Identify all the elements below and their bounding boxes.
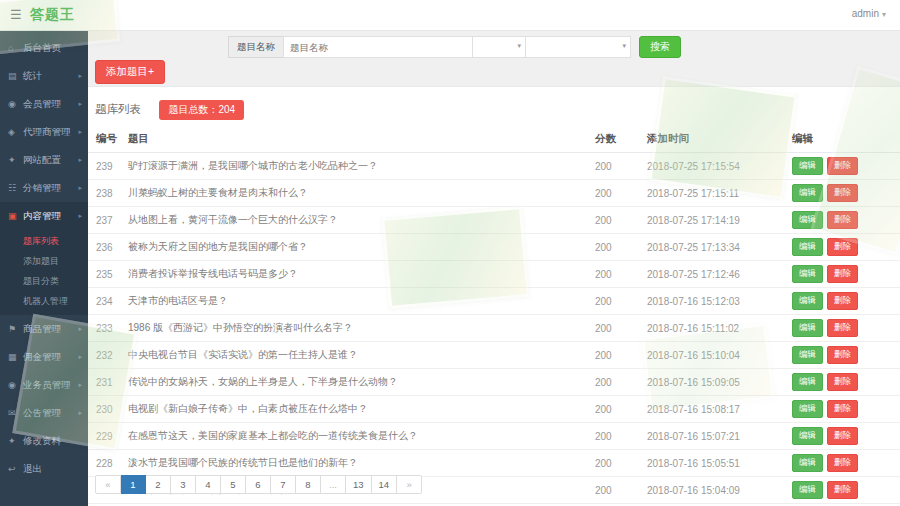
delete-button[interactable]: 删除 (827, 211, 858, 229)
row-question: 从地图上看，黄河干流像一个巨大的什么汉字？ (126, 207, 593, 234)
row-question: 在感恩节这天，美国的家庭基本上都会吃的一道传统美食是什么？ (126, 423, 593, 450)
sidebar-nav: ⌂后台首页▤统计▸◉会员管理▸◈代理商管理▸✦网站配置▸☷分销管理▸▣内容管理▸… (0, 34, 88, 483)
chevron-right-icon: ▸ (78, 118, 82, 146)
row-time: 2018-07-16 15:08:17 (645, 396, 790, 423)
delete-button[interactable]: 删除 (827, 400, 858, 418)
delete-button[interactable]: 删除 (827, 265, 858, 283)
delete-button[interactable]: 删除 (827, 346, 858, 364)
page-button-4[interactable]: 4 (196, 475, 221, 494)
edit-button[interactable]: 编辑 (792, 265, 823, 283)
row-time: 2018-07-16 15:04:09 (645, 477, 790, 504)
chevron-right-icon: ▸ (78, 174, 82, 202)
sidebar-item-label: 内容管理 (23, 210, 61, 221)
edit-button[interactable]: 编辑 (792, 481, 823, 499)
page-button-8[interactable]: 8 (296, 475, 321, 494)
sidebar-item-distribution[interactable]: ☷分销管理▸ (0, 174, 88, 202)
delete-button[interactable]: 删除 (827, 292, 858, 310)
delete-button[interactable]: 删除 (827, 373, 858, 391)
page-button-5[interactable]: 5 (221, 475, 246, 494)
sidebar-item-label: 会员管理 (23, 98, 61, 109)
search-filter-select-1[interactable]: ▾ (473, 36, 526, 58)
sidebar-item-label: 分销管理 (23, 182, 61, 193)
chevron-down-icon: ▾ (622, 42, 626, 50)
edit-button[interactable]: 编辑 (792, 157, 823, 175)
sidebar-subitem-question-add[interactable]: 添加题目 (0, 251, 88, 271)
delete-button[interactable]: 删除 (827, 157, 858, 175)
edit-button[interactable]: 编辑 (792, 292, 823, 310)
row-score: 200 (593, 477, 645, 504)
sidebar-item-agents[interactable]: ◈代理商管理▸ (0, 118, 88, 146)
row-question: 消费者投诉举报专线电话号码是多少？ (126, 261, 593, 288)
sidebar-item-site-config[interactable]: ✦网站配置▸ (0, 146, 88, 174)
sidebar-item-content[interactable]: ▣内容管理▸ (0, 202, 88, 230)
row-id: 235 (88, 261, 126, 288)
edit-button[interactable]: 编辑 (792, 238, 823, 256)
sidebar-item-goods[interactable]: ⚑商品管理▸ (0, 315, 88, 343)
edit-button[interactable]: 编辑 (792, 346, 823, 364)
prev-page-button[interactable]: « (95, 475, 121, 494)
chevron-right-icon: ▸ (78, 90, 82, 118)
search-filter-select-2[interactable]: ▾ (526, 36, 631, 58)
sidebar-item-stats[interactable]: ▤统计▸ (0, 62, 88, 90)
edit-button[interactable]: 编辑 (792, 211, 823, 229)
sidebar-item-members[interactable]: ◉会员管理▸ (0, 90, 88, 118)
page-button-14[interactable]: 14 (372, 475, 398, 494)
edit-button[interactable]: 编辑 (792, 400, 823, 418)
edit-button[interactable]: 编辑 (792, 184, 823, 202)
search-bar: 题目名称 ▾ ▾ 搜索 (228, 36, 681, 58)
delete-button[interactable]: 删除 (827, 427, 858, 445)
row-actions: 编辑删除 (790, 234, 900, 261)
add-question-button[interactable]: 添加题目+ (95, 60, 165, 84)
sidebar-item-sales[interactable]: ◉业务员管理▸ (0, 371, 88, 399)
sidebar-subitem-question-category[interactable]: 题目分类 (0, 271, 88, 291)
delete-button[interactable]: 删除 (827, 481, 858, 499)
row-id: 233 (88, 315, 126, 342)
delete-button[interactable]: 删除 (827, 454, 858, 472)
sidebar-item-profile[interactable]: ✦修改资料 (0, 427, 88, 455)
row-score: 200 (593, 369, 645, 396)
next-page-button[interactable]: » (397, 475, 422, 494)
row-actions: 编辑删除 (790, 423, 900, 450)
page-button-7[interactable]: 7 (271, 475, 296, 494)
edit-button[interactable]: 编辑 (792, 319, 823, 337)
sidebar-subitem-robot[interactable]: 机器人管理 (0, 291, 88, 311)
speaker-icon: ✉ (8, 399, 20, 427)
row-id: 238 (88, 180, 126, 207)
table-row: 230电视剧《新白娘子传奇》中，白素贞被压在什么塔中？2002018-07-16… (88, 396, 900, 423)
delete-button[interactable]: 删除 (827, 238, 858, 256)
search-input[interactable] (283, 36, 473, 58)
page-button-3[interactable]: 3 (171, 475, 196, 494)
page-button-6[interactable]: 6 (246, 475, 271, 494)
page-button-1[interactable]: 1 (121, 475, 146, 494)
page-button-13[interactable]: 13 (346, 475, 372, 494)
edit-button[interactable]: 编辑 (792, 373, 823, 391)
user-dropdown[interactable]: admin▾ (852, 8, 886, 19)
row-actions: 编辑删除 (790, 207, 900, 234)
row-score: 200 (593, 180, 645, 207)
user-icon: ◉ (8, 90, 20, 118)
topbar: ☰ 答题王 admin▾ (0, 0, 900, 31)
edit-button[interactable]: 编辑 (792, 454, 823, 472)
column-header: 题目 (126, 126, 593, 153)
gear-icon: ✦ (8, 427, 20, 455)
table-row: 228泼水节是我国哪个民族的传统节日也是他们的新年？2002018-07-16 … (88, 450, 900, 477)
page-button-2[interactable]: 2 (146, 475, 171, 494)
sidebar-item-commission[interactable]: ▦佣金管理▸ (0, 343, 88, 371)
question-count-badge: 题目总数：204 (159, 100, 244, 120)
row-question: 中央电视台节目《实话实说》的第一任主持人是谁？ (126, 342, 593, 369)
row-question: 被称为天府之国的地方是我国的哪个省？ (126, 234, 593, 261)
edit-button[interactable]: 编辑 (792, 427, 823, 445)
sidebar-item-logout[interactable]: ↩退出 (0, 455, 88, 483)
hamburger-menu-icon[interactable]: ☰ (10, 7, 22, 22)
sidebar-item-dashboard[interactable]: ⌂后台首页 (0, 34, 88, 62)
delete-button[interactable]: 删除 (827, 184, 858, 202)
gear-icon: ✦ (8, 146, 20, 174)
panel-title: 题库列表 (95, 103, 141, 115)
sidebar-item-notice[interactable]: ✉公告管理▸ (0, 399, 88, 427)
sidebar-item-label: 业务员管理 (23, 379, 71, 390)
table-row: 237从地图上看，黄河干流像一个巨大的什么汉字？2002018-07-25 17… (88, 207, 900, 234)
row-time: 2018-07-16 15:07:21 (645, 423, 790, 450)
delete-button[interactable]: 删除 (827, 319, 858, 337)
sidebar-subitem-question-list[interactable]: 题库列表 (0, 231, 88, 251)
search-button[interactable]: 搜索 (639, 36, 681, 58)
